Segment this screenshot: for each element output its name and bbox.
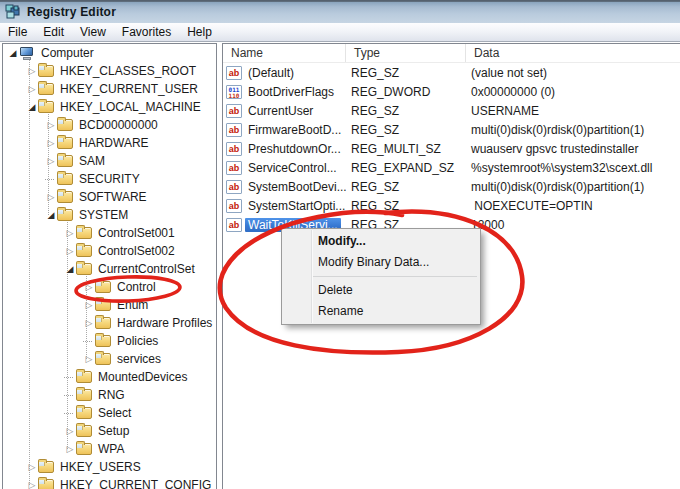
expand-arrow-icon[interactable]: ▷ xyxy=(26,476,38,489)
folder-icon xyxy=(95,335,111,347)
tree-item-label: HKEY_LOCAL_MACHINE xyxy=(57,100,204,114)
expand-arrow-icon[interactable]: ▷ xyxy=(83,350,95,368)
tree-item-label: Enum xyxy=(114,298,151,312)
expand-arrow-icon[interactable]: ▷ xyxy=(64,242,76,260)
value-row--default-[interactable]: ab(Default)REG_SZ(value not set) xyxy=(223,63,680,82)
values-list: ab(Default)REG_SZ(value not set)011110Bo… xyxy=(223,63,680,234)
value-data-cell: 12000 xyxy=(466,215,680,234)
column-header-name[interactable]: Name xyxy=(223,44,346,62)
tree-item-computer[interactable]: ◢Computer xyxy=(3,44,216,62)
folder-icon xyxy=(57,173,73,185)
tree-item-label: BCD00000000 xyxy=(76,118,161,132)
tree-connector xyxy=(45,179,57,180)
tree-item-currentcontrolset[interactable]: ◢CurrentControlSet xyxy=(3,260,216,278)
tree-item-policies[interactable]: Policies xyxy=(3,332,216,350)
tree-item-label: SECURITY xyxy=(76,172,143,186)
tree-item-hardware[interactable]: ▷HARDWARE xyxy=(3,134,216,152)
value-row-currentuser[interactable]: abCurrentUserREG_SZUSERNAME xyxy=(223,101,680,120)
tree-item-bcd00000000[interactable]: ▷BCD00000000 xyxy=(3,116,216,134)
tree-item-rng[interactable]: RNG xyxy=(3,386,216,404)
tree-item-system[interactable]: ◢SYSTEM xyxy=(3,206,216,224)
expand-arrow-icon[interactable]: ▷ xyxy=(26,458,38,476)
tree-item-mounteddevices[interactable]: MountedDevices xyxy=(3,368,216,386)
menu-edit[interactable]: Edit xyxy=(35,23,72,41)
value-name: CurrentUser xyxy=(245,104,316,118)
value-row-firmwarebootd-[interactable]: abFirmwareBootD...REG_SZmulti(0)disk(0)r… xyxy=(223,120,680,139)
tree-item-hkey-local-machine[interactable]: ◢HKEY_LOCAL_MACHINE xyxy=(3,98,216,116)
expand-arrow-icon[interactable]: ▷ xyxy=(83,296,95,314)
expand-arrow-icon[interactable]: ▷ xyxy=(45,188,57,206)
tree-item-services[interactable]: ▷services xyxy=(3,350,216,368)
expand-arrow-icon[interactable]: ▷ xyxy=(45,134,57,152)
expand-arrow-icon[interactable]: ▷ xyxy=(64,440,76,458)
tree-item-label: ControlSet002 xyxy=(95,244,178,258)
tree-item-hkey-current-config[interactable]: ▷HKEY_CURRENT_CONFIG xyxy=(3,476,216,489)
menu-file[interactable]: File xyxy=(0,23,35,41)
collapse-arrow-icon[interactable]: ◢ xyxy=(7,44,19,62)
tree-item-label: CurrentControlSet xyxy=(95,262,198,276)
tree-item-control[interactable]: ▷Control xyxy=(3,278,216,296)
tree-item-hkey-classes-root[interactable]: ▷HKEY_CLASSES_ROOT xyxy=(3,62,216,80)
tree-item-enum[interactable]: ▷Enum xyxy=(3,296,216,314)
tree-item-label: MountedDevices xyxy=(95,370,190,384)
context-menu-gutter xyxy=(311,230,312,323)
tree-item-select[interactable]: Select xyxy=(3,404,216,422)
tree-item-controlset002[interactable]: ▷ControlSet002 xyxy=(3,242,216,260)
tree-item-wpa[interactable]: ▷WPA xyxy=(3,440,216,458)
value-type-cell: REG_SZ xyxy=(346,196,466,215)
folder-icon xyxy=(76,263,92,275)
tree-item-hkey-current-user[interactable]: ▷HKEY_CURRENT_USER xyxy=(3,80,216,98)
expand-arrow-icon[interactable]: ▷ xyxy=(64,422,76,440)
folder-icon xyxy=(57,191,73,203)
value-name: BootDriverFlags xyxy=(245,85,337,99)
value-type-cell: REG_SZ xyxy=(346,120,466,139)
computer-icon xyxy=(19,47,35,60)
tree-item-setup[interactable]: ▷Setup xyxy=(3,422,216,440)
value-name-cell: ab(Default) xyxy=(223,63,346,82)
expand-arrow-icon[interactable]: ▷ xyxy=(26,80,38,98)
tree-item-label: Setup xyxy=(95,424,132,438)
value-name: (Default) xyxy=(245,66,297,80)
folder-icon xyxy=(38,101,54,113)
expand-arrow-icon[interactable]: ▷ xyxy=(45,116,57,134)
value-type-cell: REG_EXPAND_SZ xyxy=(346,158,466,177)
value-name-cell: abServiceControl... xyxy=(223,158,346,177)
tree-item-label: SYSTEM xyxy=(76,208,131,222)
value-row-bootdriverflags[interactable]: 011110BootDriverFlagsREG_DWORD0x00000000… xyxy=(223,82,680,101)
folder-icon xyxy=(57,137,73,149)
string-value-icon: ab xyxy=(226,142,242,156)
value-data-cell: multi(0)disk(0)rdisk(0)partition(1) xyxy=(466,177,680,196)
menu-help[interactable]: Help xyxy=(179,23,220,41)
expand-arrow-icon[interactable]: ▷ xyxy=(45,152,57,170)
expand-arrow-icon[interactable]: ▷ xyxy=(83,314,95,332)
tree-item-software[interactable]: ▷SOFTWARE xyxy=(3,188,216,206)
tree-item-hkey-users[interactable]: ▷HKEY_USERS xyxy=(3,458,216,476)
expand-arrow-icon[interactable]: ▷ xyxy=(64,224,76,242)
expand-arrow-icon[interactable]: ▷ xyxy=(83,278,95,296)
collapse-arrow-icon[interactable]: ◢ xyxy=(45,206,57,224)
collapse-arrow-icon[interactable]: ◢ xyxy=(26,98,38,116)
value-row-systembootdevi-[interactable]: abSystemBootDevi...REG_SZmulti(0)disk(0)… xyxy=(223,177,680,196)
column-header-data[interactable]: Data xyxy=(466,44,680,62)
value-data-cell: (value not set) xyxy=(466,63,680,82)
tree-item-hardware-profiles[interactable]: ▷Hardware Profiles xyxy=(3,314,216,332)
string-value-icon: ab xyxy=(226,104,242,118)
title-bar[interactable]: Registry Editor xyxy=(0,0,680,23)
context-menu-separator xyxy=(313,276,477,277)
menu-favorites[interactable]: Favorites xyxy=(114,23,179,41)
collapse-arrow-icon[interactable]: ◢ xyxy=(64,260,76,278)
expand-arrow-icon[interactable]: ▷ xyxy=(26,62,38,80)
menu-view[interactable]: View xyxy=(72,23,114,41)
value-data-cell: NOEXECUTE=OPTIN xyxy=(466,196,680,215)
value-row-servicecontrol-[interactable]: abServiceControl...REG_EXPAND_SZ%systemr… xyxy=(223,158,680,177)
value-name: FirmwareBootD... xyxy=(245,123,344,137)
value-row-preshutdownor-[interactable]: abPreshutdownOr...REG_MULTI_SZwuauserv g… xyxy=(223,139,680,158)
menu-bar: FileEditViewFavoritesHelp xyxy=(0,23,680,42)
value-row-systemstartopti-[interactable]: abSystemStartOpti...REG_SZ NOEXECUTE=OPT… xyxy=(223,196,680,215)
column-header-type[interactable]: Type xyxy=(346,44,466,62)
tree-item-controlset001[interactable]: ▷ControlSet001 xyxy=(3,224,216,242)
tree-item-sam[interactable]: ▷SAM xyxy=(3,152,216,170)
tree-item-security[interactable]: SECURITY xyxy=(3,170,216,188)
folder-icon xyxy=(76,227,92,239)
folder-icon xyxy=(76,389,92,401)
